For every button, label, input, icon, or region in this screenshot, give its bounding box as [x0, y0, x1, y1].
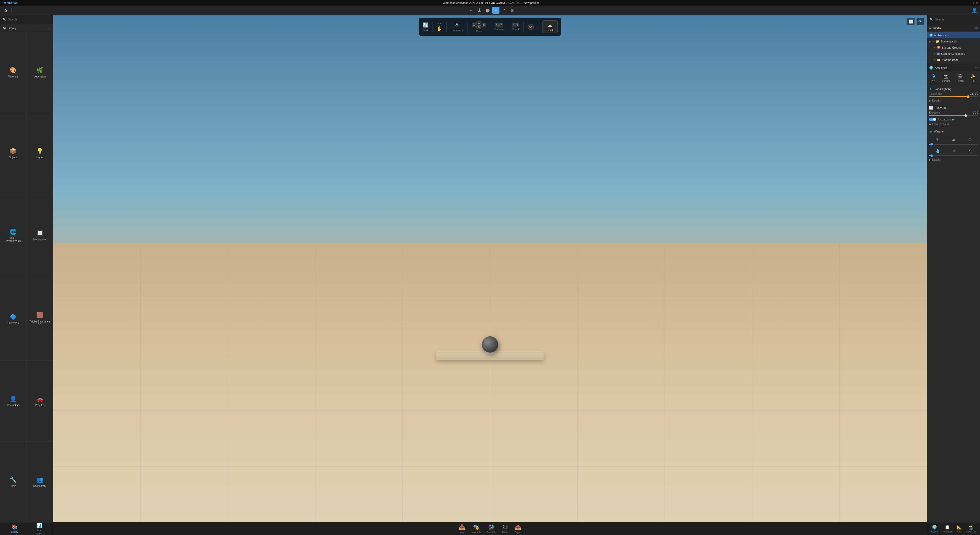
- move-tool-button[interactable]: ↔: [468, 6, 475, 14]
- app-logo: Twinmotion: [2, 1, 18, 4]
- navigation-overlay: 🔄 Orbit Pan ✋ 👁 Look around A W S D Move: [419, 18, 490, 36]
- orbit-icon: 🔄: [423, 22, 428, 28]
- library-grid: 🎨 Materials 🌿 Vegetation 📦 Objects 💡 Lig…: [0, 32, 53, 268]
- nav-divider-1: [432, 22, 433, 32]
- library-item-megascans[interactable]: 🔲 Megascans: [27, 194, 53, 268]
- lights-label: Lights: [36, 156, 43, 159]
- viewport[interactable]: 🔄 Orbit Pan ✋ 👁 Look around A W S D Move: [53, 15, 490, 268]
- key-a: A: [472, 23, 476, 27]
- look-around-icon: 👁: [455, 22, 459, 28]
- left-search-input[interactable]: [8, 18, 50, 21]
- vegetation-icon: 🌿: [36, 67, 43, 74]
- library-favorite-icon[interactable]: ♡: [48, 26, 50, 30]
- main-toolbar: ⌂ ↔ ⚓ ⬤ ✛ ↺ ⊞ 👤: [0, 6, 490, 15]
- lights-icon: 💡: [36, 148, 43, 154]
- pan-group: Pan ✋: [437, 22, 442, 32]
- hdri-label: HDRI environments: [2, 237, 24, 242]
- titlebar-left: Twinmotion: [2, 1, 18, 4]
- library-item-vegetation[interactable]: 🌿 Vegetation: [27, 32, 53, 113]
- left-search-bar[interactable]: 🔍: [0, 15, 53, 24]
- key-w: W: [476, 21, 481, 25]
- home-button[interactable]: ⌂: [2, 6, 9, 14]
- titlebar: Twinmotion File Edit Help Twinmotion edu…: [0, 0, 490, 6]
- pan-label: Pan: [438, 22, 441, 25]
- megascans-icon: 🔲: [36, 230, 43, 237]
- window-title: Twinmotion education 2023.2.1 | NOT FOR …: [441, 1, 490, 4]
- sphere-button[interactable]: ⬤: [484, 6, 490, 14]
- key-s: S: [476, 25, 481, 29]
- wasd-keys: A W S D: [472, 21, 486, 29]
- library-label: Library: [8, 27, 16, 30]
- key-d: D: [482, 23, 486, 27]
- orbit-label: Orbit: [423, 29, 428, 32]
- vegetation-label: Vegetation: [34, 75, 46, 78]
- objects-icon: 📦: [10, 148, 17, 154]
- nav-divider-2: [446, 22, 447, 32]
- orbit-group: 🔄 Orbit: [423, 22, 428, 32]
- look-around-group: 👁 Look around: [450, 22, 463, 32]
- toolbar-center: ↔ ⚓ ⬤ ✛ ↺ ⊞: [468, 6, 490, 14]
- toolbar-left: ⌂: [2, 6, 13, 14]
- library-icon: 📚: [3, 26, 6, 30]
- library-item-hdri[interactable]: 🌐 HDRI environments: [0, 194, 26, 268]
- objects-label: Objects: [9, 156, 18, 159]
- grid-overlay: [53, 243, 490, 268]
- desert-floor: [53, 243, 490, 268]
- library-header: 📚 Library ♡: [0, 24, 53, 32]
- library-item-materials[interactable]: 🎨 Materials: [0, 32, 26, 113]
- materials-label: Materials: [8, 75, 18, 78]
- move-label: Move: [476, 30, 482, 32]
- nav-divider-3: [468, 22, 468, 32]
- megascans-label: Megascans: [33, 238, 46, 241]
- library-item-lights[interactable]: 💡 Lights: [27, 113, 53, 194]
- move-group: A W S D Move: [472, 21, 486, 32]
- look-around-label: Look around: [450, 29, 463, 32]
- library-item-objects[interactable]: 📦 Objects: [0, 113, 26, 194]
- materials-icon: 🎨: [10, 67, 17, 74]
- anchor-button[interactable]: ⚓: [476, 6, 483, 14]
- hdri-icon: 🌐: [10, 229, 17, 235]
- search-icon: 🔍: [3, 18, 6, 21]
- pan-icon: ✋: [437, 26, 442, 32]
- library-title: 📚 Library: [3, 26, 16, 30]
- left-panel: 🔍 📚 Library ♡ 🎨 Materials 🌿 Vegetation 📦…: [0, 15, 53, 268]
